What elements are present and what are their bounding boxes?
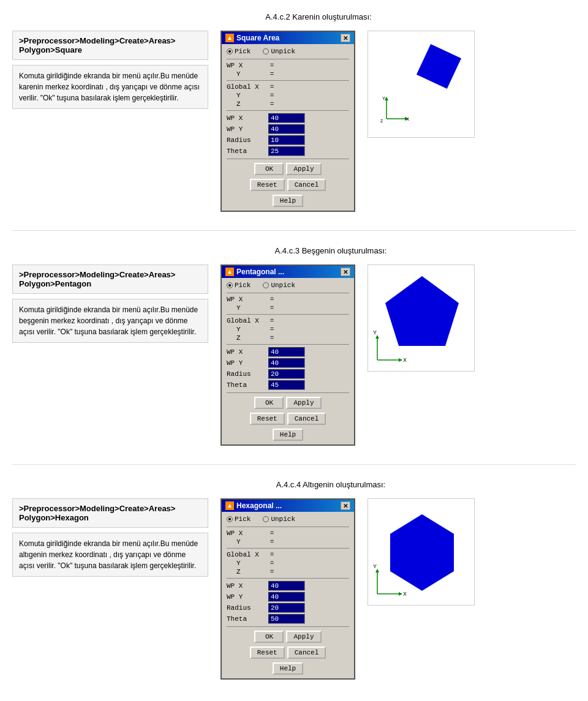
square-radio-unpick[interactable]: Unpick (263, 48, 295, 55)
hexagon-radio-row: Pick Unpick (227, 515, 349, 523)
square-input-radius-row: Radius 10 (227, 135, 349, 145)
pentagon-divider1 (227, 293, 349, 293)
svg-marker-10 (399, 358, 402, 362)
pentagon-reset-button[interactable]: Reset (250, 413, 285, 425)
hexagon-close-button[interactable]: ✕ (341, 501, 350, 510)
pentagon-preview: X Y (368, 264, 475, 372)
square-command: >Preprocessor>Modeling>Create>Areas> Pol… (12, 31, 208, 60)
hexagon-button-row1: OK Apply (227, 631, 349, 643)
square-title-icon: ▲ (225, 34, 234, 42)
pentagon-input-wpx-field[interactable]: 40 (268, 347, 305, 357)
section-hexagon: A.4.c.4 Altıgenin oluşturulması: >Prepro… (12, 474, 576, 680)
square-divider2 (227, 80, 349, 81)
square-cancel-button[interactable]: Cancel (287, 179, 326, 191)
hexagon-divider1 (227, 527, 349, 527)
pentagon-radio-pick[interactable]: Pick (227, 282, 251, 289)
square-apply-button[interactable]: Apply (286, 163, 321, 175)
hexagon-input-radius-field[interactable]: 20 (268, 603, 305, 613)
square-ok-button[interactable]: OK (254, 163, 284, 175)
hexagon-input-wpx-label: WP X (227, 582, 268, 590)
pentagon-input-radius-label: Radius (227, 370, 268, 378)
square-close-button[interactable]: ✕ (341, 34, 350, 42)
hexagon-globalz-label: Z (227, 568, 268, 575)
square-button-row3: Help (227, 195, 349, 207)
hexagon-radio-pick[interactable]: Pick (227, 515, 251, 523)
hexagon-title-icon: ▲ (225, 501, 234, 510)
square-input-wpy-label: WP Y (227, 126, 268, 133)
pentagon-radio-unpick[interactable]: Unpick (263, 282, 295, 289)
square-y-row: Y = (227, 70, 349, 78)
hexagon-pick-circle (227, 516, 233, 522)
hexagon-titlebar-left: ▲ Hexagonal ... (225, 501, 282, 510)
hexagon-wpx-row: WP X = (227, 530, 349, 537)
svg-text:Y: Y (373, 563, 377, 569)
hexagon-input-wpx-field[interactable]: 40 (268, 581, 305, 591)
square-globalz-row: Z = (227, 100, 349, 108)
pentagon-radio-row: Pick Unpick (227, 282, 349, 289)
pentagon-button-row1: OK Apply (227, 397, 349, 409)
pentagon-input-wpy-row: WP Y 40 (227, 358, 349, 368)
pentagon-input-theta-row: Theta 45 (227, 380, 349, 390)
pentagon-wpx-label: WP X (227, 296, 268, 303)
square-input-theta-field[interactable]: 25 (268, 146, 305, 156)
square-input-radius-field[interactable]: 10 (268, 135, 305, 145)
pentagon-dialog-titlebar: ▲ Pentagonal ... ✕ (222, 266, 354, 278)
pentagon-apply-button[interactable]: Apply (286, 397, 321, 409)
square-radio-pick[interactable]: Pick (227, 48, 251, 55)
pentagon-input-theta-field[interactable]: 45 (268, 380, 305, 390)
hexagon-ok-button[interactable]: OK (254, 631, 284, 643)
square-help-button[interactable]: Help (273, 195, 303, 207)
section-pentagon-title: A.4.c.3 Beşgenin oluşturulması: (12, 246, 576, 255)
square-dialog-title: Square Area (236, 34, 279, 42)
hexagon-radio-unpick[interactable]: Unpick (263, 515, 295, 523)
divider-2 (12, 464, 576, 465)
hexagon-globaly-row: Y = (227, 560, 349, 567)
pentagon-input-wpy-field[interactable]: 40 (268, 358, 305, 368)
pentagon-input-theta-label: Theta (227, 381, 268, 389)
hexagon-description: Komuta girildiğinde ekranda bir menü açı… (12, 533, 208, 577)
pentagon-close-button[interactable]: ✕ (341, 268, 350, 276)
hexagon-input-radius-label: Radius (227, 604, 268, 612)
pentagon-divider2 (227, 314, 349, 315)
hexagon-reset-button[interactable]: Reset (250, 647, 285, 659)
pentagon-description: Komuta girildiğinde ekranda bir menü açı… (12, 299, 208, 343)
pentagon-y-eq: = (268, 304, 276, 312)
hexagon-input-wpx-row: WP X 40 (227, 581, 349, 591)
hexagon-input-wpy-field[interactable]: 40 (268, 592, 305, 602)
square-button-row2: Reset Cancel (227, 179, 349, 191)
hexagon-cancel-button[interactable]: Cancel (287, 647, 326, 659)
pentagon-input-radius-field[interactable]: 20 (268, 369, 305, 379)
square-input-wpx-field[interactable]: 40 (268, 113, 305, 123)
hexagon-dialog-title: Hexagonal ... (236, 501, 282, 510)
hexagon-apply-button[interactable]: Apply (286, 631, 321, 643)
square-y-eq: = (268, 70, 276, 78)
section-hexagon-title: A.4.c.4 Altıgenin oluşturulması: (86, 480, 576, 489)
pentagon-cancel-button[interactable]: Cancel (287, 413, 326, 425)
hexagon-globalx-row: Global X = (227, 551, 349, 558)
pentagon-ok-button[interactable]: OK (254, 397, 284, 409)
section-square: A.4.c.2 Karenin oluşturulması: >Preproce… (12, 6, 576, 212)
section-square-title: A.4.c.2 Karenin oluşturulması: (61, 12, 576, 21)
hexagon-pick-label: Pick (235, 515, 251, 523)
hexagon-help-button[interactable]: Help (273, 662, 303, 675)
section-pentagon-body: >Preprocessor>Modeling>Create>Areas> Pol… (12, 264, 576, 446)
square-description: Komuta girildiğinde ekranda bir menü açı… (12, 65, 208, 109)
square-reset-button[interactable]: Reset (250, 179, 285, 191)
hexagon-unpick-label: Unpick (271, 515, 295, 523)
pentagon-pick-circle (227, 282, 233, 288)
svg-marker-14 (390, 514, 454, 591)
hexagon-globaly-eq: = (268, 560, 276, 567)
square-divider4 (227, 159, 349, 159)
square-dialog: ▲ Square Area ✕ Pick Unpick (221, 31, 355, 212)
pentagon-help-button[interactable]: Help (273, 429, 303, 441)
square-pick-label: Pick (235, 48, 251, 55)
square-preview: X Y Z (368, 31, 475, 138)
square-input-wpy-field[interactable]: 40 (268, 124, 305, 134)
hexagon-globalx-label: Global X (227, 551, 268, 558)
square-axes: X Y Z (380, 94, 411, 125)
svg-marker-7 (385, 276, 459, 346)
pentagon-globaly-row: Y = (227, 326, 349, 333)
hexagon-input-theta-field[interactable]: 50 (268, 614, 305, 624)
square-wpx-eq: = (268, 62, 276, 69)
pentagon-globalz-label: Z (227, 334, 268, 342)
